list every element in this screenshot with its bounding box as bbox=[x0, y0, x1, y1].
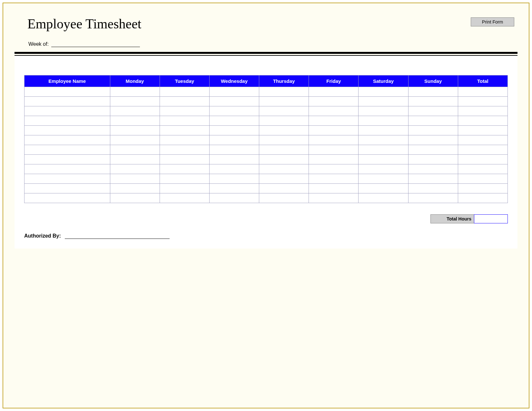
cell-monday[interactable] bbox=[110, 126, 160, 135]
cell-saturday[interactable] bbox=[359, 145, 408, 155]
cell-saturday[interactable] bbox=[359, 126, 408, 135]
cell-total[interactable] bbox=[458, 87, 507, 97]
cell-friday[interactable] bbox=[309, 97, 359, 106]
cell-thursday[interactable] bbox=[259, 164, 309, 174]
cell-total[interactable] bbox=[458, 126, 507, 135]
cell-thursday[interactable] bbox=[259, 126, 309, 135]
cell-name[interactable] bbox=[25, 97, 110, 106]
cell-name[interactable] bbox=[25, 184, 110, 193]
cell-total[interactable] bbox=[458, 145, 507, 155]
week-of-input-line[interactable] bbox=[51, 42, 140, 47]
cell-sunday[interactable] bbox=[408, 87, 458, 97]
cell-monday[interactable] bbox=[110, 97, 160, 106]
cell-friday[interactable] bbox=[309, 184, 359, 193]
cell-sunday[interactable] bbox=[408, 174, 458, 184]
cell-tuesday[interactable] bbox=[160, 106, 209, 116]
cell-monday[interactable] bbox=[110, 145, 160, 155]
cell-saturday[interactable] bbox=[359, 184, 408, 193]
cell-wednesday[interactable] bbox=[209, 106, 259, 116]
cell-thursday[interactable] bbox=[259, 184, 309, 193]
cell-sunday[interactable] bbox=[408, 145, 458, 155]
cell-total[interactable] bbox=[458, 135, 507, 145]
cell-sunday[interactable] bbox=[408, 126, 458, 135]
cell-total[interactable] bbox=[458, 164, 507, 174]
cell-sunday[interactable] bbox=[408, 106, 458, 116]
cell-saturday[interactable] bbox=[359, 135, 408, 145]
cell-name[interactable] bbox=[25, 116, 110, 126]
cell-monday[interactable] bbox=[110, 87, 160, 97]
cell-sunday[interactable] bbox=[408, 116, 458, 126]
cell-wednesday[interactable] bbox=[209, 116, 259, 126]
cell-saturday[interactable] bbox=[359, 116, 408, 126]
cell-total[interactable] bbox=[458, 193, 507, 203]
cell-name[interactable] bbox=[25, 106, 110, 116]
cell-wednesday[interactable] bbox=[209, 164, 259, 174]
cell-saturday[interactable] bbox=[359, 106, 408, 116]
cell-total[interactable] bbox=[458, 155, 507, 164]
cell-friday[interactable] bbox=[309, 126, 359, 135]
cell-tuesday[interactable] bbox=[160, 87, 209, 97]
cell-wednesday[interactable] bbox=[209, 155, 259, 164]
cell-tuesday[interactable] bbox=[160, 193, 209, 203]
cell-wednesday[interactable] bbox=[209, 97, 259, 106]
cell-friday[interactable] bbox=[309, 106, 359, 116]
cell-saturday[interactable] bbox=[359, 193, 408, 203]
cell-wednesday[interactable] bbox=[209, 193, 259, 203]
cell-name[interactable] bbox=[25, 174, 110, 184]
cell-tuesday[interactable] bbox=[160, 116, 209, 126]
cell-name[interactable] bbox=[25, 145, 110, 155]
cell-monday[interactable] bbox=[110, 155, 160, 164]
cell-name[interactable] bbox=[25, 193, 110, 203]
cell-thursday[interactable] bbox=[259, 97, 309, 106]
cell-name[interactable] bbox=[25, 135, 110, 145]
cell-friday[interactable] bbox=[309, 116, 359, 126]
cell-friday[interactable] bbox=[309, 87, 359, 97]
print-form-button[interactable]: Print Form bbox=[471, 17, 514, 26]
cell-monday[interactable] bbox=[110, 106, 160, 116]
cell-thursday[interactable] bbox=[259, 135, 309, 145]
cell-sunday[interactable] bbox=[408, 193, 458, 203]
cell-friday[interactable] bbox=[309, 135, 359, 145]
cell-wednesday[interactable] bbox=[209, 126, 259, 135]
cell-name[interactable] bbox=[25, 126, 110, 135]
cell-saturday[interactable] bbox=[359, 97, 408, 106]
cell-friday[interactable] bbox=[309, 155, 359, 164]
cell-sunday[interactable] bbox=[408, 164, 458, 174]
cell-total[interactable] bbox=[458, 106, 507, 116]
cell-tuesday[interactable] bbox=[160, 155, 209, 164]
cell-saturday[interactable] bbox=[359, 164, 408, 174]
cell-wednesday[interactable] bbox=[209, 135, 259, 145]
cell-total[interactable] bbox=[458, 116, 507, 126]
cell-tuesday[interactable] bbox=[160, 97, 209, 106]
cell-name[interactable] bbox=[25, 155, 110, 164]
cell-monday[interactable] bbox=[110, 174, 160, 184]
cell-total[interactable] bbox=[458, 184, 507, 193]
cell-wednesday[interactable] bbox=[209, 184, 259, 193]
cell-friday[interactable] bbox=[309, 174, 359, 184]
cell-monday[interactable] bbox=[110, 164, 160, 174]
cell-sunday[interactable] bbox=[408, 97, 458, 106]
cell-monday[interactable] bbox=[110, 193, 160, 203]
cell-monday[interactable] bbox=[110, 116, 160, 126]
cell-thursday[interactable] bbox=[259, 106, 309, 116]
cell-name[interactable] bbox=[25, 164, 110, 174]
cell-saturday[interactable] bbox=[359, 87, 408, 97]
cell-total[interactable] bbox=[458, 97, 507, 106]
cell-wednesday[interactable] bbox=[209, 87, 259, 97]
cell-saturday[interactable] bbox=[359, 174, 408, 184]
cell-sunday[interactable] bbox=[408, 135, 458, 145]
cell-tuesday[interactable] bbox=[160, 145, 209, 155]
cell-wednesday[interactable] bbox=[209, 145, 259, 155]
cell-saturday[interactable] bbox=[359, 155, 408, 164]
cell-thursday[interactable] bbox=[259, 87, 309, 97]
cell-thursday[interactable] bbox=[259, 193, 309, 203]
cell-friday[interactable] bbox=[309, 145, 359, 155]
authorized-by-input-line[interactable] bbox=[65, 234, 170, 239]
cell-monday[interactable] bbox=[110, 135, 160, 145]
cell-friday[interactable] bbox=[309, 193, 359, 203]
cell-thursday[interactable] bbox=[259, 155, 309, 164]
cell-tuesday[interactable] bbox=[160, 135, 209, 145]
cell-monday[interactable] bbox=[110, 184, 160, 193]
cell-tuesday[interactable] bbox=[160, 174, 209, 184]
cell-thursday[interactable] bbox=[259, 116, 309, 126]
